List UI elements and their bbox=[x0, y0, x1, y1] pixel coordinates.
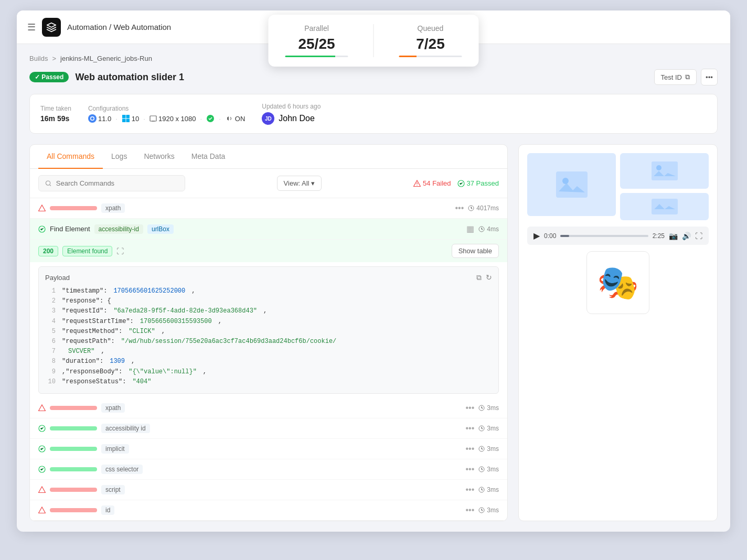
start-time: 0:00 bbox=[544, 232, 556, 240]
svg-rect-7 bbox=[150, 116, 156, 121]
svg-rect-25 bbox=[556, 171, 588, 198]
cmd-tag: xpath bbox=[101, 403, 125, 413]
badge-200: 200 bbox=[38, 246, 58, 256]
config-label: Configurations bbox=[88, 105, 245, 112]
search-input[interactable] bbox=[56, 179, 178, 187]
more-icon[interactable]: ▦ bbox=[466, 224, 474, 234]
cmd-time: 3ms bbox=[478, 404, 499, 412]
svg-point-26 bbox=[562, 178, 569, 184]
svg-rect-3 bbox=[122, 115, 126, 119]
cmd-time: 4ms bbox=[478, 225, 499, 233]
table-row: id ••• 3ms bbox=[30, 500, 507, 521]
tabs: All Commands Logs Networks Meta Data bbox=[30, 145, 507, 169]
clock-icon bbox=[478, 507, 485, 513]
check-icon bbox=[457, 180, 465, 187]
expand-icon[interactable]: ⛶ bbox=[116, 247, 124, 255]
more-icon[interactable]: ••• bbox=[466, 485, 475, 494]
parallel-stat: Parallel 25/25 bbox=[285, 24, 348, 57]
passed-badge: ✓ Passed bbox=[29, 72, 69, 82]
video-icons: 📷 🔊 ⛶ bbox=[669, 232, 702, 240]
view-all-button[interactable]: View: All ▾ bbox=[277, 176, 322, 191]
show-table-button[interactable]: Show table bbox=[452, 244, 499, 258]
copy-payload-button[interactable]: ⧉ bbox=[476, 273, 482, 282]
menu-icon[interactable]: ☰ bbox=[27, 21, 36, 33]
audio-label: ON bbox=[235, 115, 246, 123]
tab-all-commands[interactable]: All Commands bbox=[38, 145, 103, 169]
more-icon[interactable]: ••• bbox=[466, 505, 475, 515]
pass-icon bbox=[38, 225, 46, 233]
search-area: View: All ▾ 54 Failed 37 Passed bbox=[30, 169, 507, 198]
page-header-left: ✓ Passed Web automation slider 1 bbox=[29, 72, 184, 83]
tab-networks[interactable]: Networks bbox=[135, 145, 183, 169]
breadcrumb-separator: > bbox=[52, 55, 56, 62]
failed-count: 54 Failed bbox=[413, 179, 451, 187]
resolution: 1920 x 1080 bbox=[150, 115, 196, 123]
cmd-tag: accessibility id bbox=[101, 424, 150, 433]
element-found-row: 200 Element found ⛶ Show table bbox=[30, 240, 507, 262]
chrome-version: 11.0 bbox=[98, 115, 111, 123]
pass-icon bbox=[38, 466, 46, 473]
time-value: 16m 59s bbox=[40, 114, 71, 123]
more-icon[interactable]: ••• bbox=[466, 403, 475, 413]
tab-logs[interactable]: Logs bbox=[103, 145, 135, 169]
clock-icon bbox=[478, 446, 485, 452]
cmd-time: 3ms bbox=[478, 445, 499, 453]
fail-icon bbox=[38, 204, 46, 212]
svg-point-2 bbox=[91, 117, 93, 120]
video-area: ▶ 0:00 2:25 📷 🔊 ⛶ � bbox=[519, 145, 717, 329]
payload-title: Payload bbox=[45, 274, 70, 282]
parallel-value: 25/25 bbox=[298, 36, 335, 52]
cmd-time: 3ms bbox=[478, 486, 499, 493]
payload-area: Payload ⧉ ↻ 1"timestamp": 17056656016252… bbox=[38, 266, 499, 394]
more-icon[interactable]: ••• bbox=[466, 465, 475, 474]
view-filter: View: All ▾ bbox=[277, 176, 322, 191]
cmd-tag: implicit bbox=[101, 444, 129, 454]
volume-icon[interactable]: 🔊 bbox=[682, 232, 691, 240]
cmd-tag: css selector bbox=[101, 465, 143, 474]
svg-rect-29 bbox=[652, 199, 678, 214]
right-panel: ▶ 0:00 2:25 📷 🔊 ⛶ � bbox=[518, 144, 718, 521]
fullscreen-icon[interactable]: ⛶ bbox=[695, 232, 702, 240]
more-icon[interactable]: ••• bbox=[466, 424, 475, 433]
camera-icon[interactable]: 📷 bbox=[669, 232, 678, 240]
more-button[interactable]: ••• bbox=[701, 69, 718, 85]
cmd-tag-urlbox: urlBox bbox=[147, 224, 174, 234]
tab-meta-data[interactable]: Meta Data bbox=[183, 145, 234, 169]
badge-element: Element found bbox=[62, 246, 112, 256]
end-time: 2:25 bbox=[653, 232, 665, 240]
table-row: accessibility id ••• 3ms bbox=[30, 418, 507, 439]
command-bar bbox=[50, 508, 97, 512]
parallel-bar bbox=[285, 56, 348, 57]
accessibility-icon bbox=[206, 114, 215, 123]
cmd-time: 4017ms bbox=[468, 204, 499, 212]
theater-area: 🎭 bbox=[527, 245, 709, 320]
header-actions: Test ID ⧉ ••• bbox=[654, 69, 718, 85]
screenshot-3 bbox=[620, 193, 709, 220]
user-name: John Doe bbox=[279, 114, 315, 123]
logo bbox=[42, 18, 61, 37]
screenshot-2 bbox=[620, 153, 709, 189]
page-header: ✓ Passed Web automation slider 1 Test ID… bbox=[29, 69, 718, 85]
more-icon[interactable]: ••• bbox=[455, 203, 464, 213]
fail-icon bbox=[38, 404, 46, 412]
play-button[interactable]: ▶ bbox=[533, 231, 540, 241]
user-avatar: JD bbox=[262, 112, 274, 125]
test-id-button[interactable]: Test ID ⧉ bbox=[654, 69, 697, 85]
queued-label: Queued bbox=[418, 24, 444, 33]
view-label: View: All bbox=[284, 179, 310, 187]
info-card: Time taken 16m 59s Configurations 11.0 ·… bbox=[29, 94, 718, 134]
progress-bar[interactable] bbox=[560, 235, 648, 237]
test-id-label: Test ID bbox=[661, 73, 682, 81]
command-bar bbox=[50, 467, 97, 471]
cmd-tag: id bbox=[101, 505, 114, 515]
more-icon[interactable]: ••• bbox=[466, 444, 475, 454]
cmd-time: 3ms bbox=[478, 507, 499, 514]
table-row: Find Element accessibility-id urlBox ▦ 4… bbox=[30, 219, 507, 240]
svg-point-28 bbox=[656, 165, 661, 170]
table-row: xpath ••• 3ms bbox=[30, 398, 507, 418]
breadcrumb-builds[interactable]: Builds bbox=[29, 55, 48, 62]
audio-icon: ON bbox=[225, 114, 246, 123]
refresh-payload-button[interactable]: ↻ bbox=[486, 273, 492, 282]
left-panel: All Commands Logs Networks Meta Data Vie… bbox=[29, 144, 508, 521]
chevron-down-icon: ▾ bbox=[311, 179, 315, 187]
